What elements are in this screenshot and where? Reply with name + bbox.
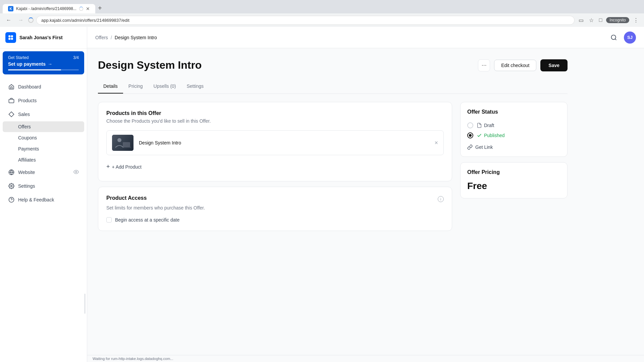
draft-doc-icon — [477, 123, 482, 128]
globe-icon — [8, 169, 15, 176]
sidebar-item-website[interactable]: Website — [3, 166, 84, 179]
page-inner: Design System Intro ··· Edit checkout Sa… — [98, 59, 568, 231]
get-link-label: Get Link — [475, 144, 493, 150]
sidebar-help-label: Help & Feedback — [18, 197, 54, 202]
gear-icon — [8, 183, 15, 189]
loading-spinner — [79, 7, 83, 11]
get-link-row[interactable]: Get Link — [467, 140, 560, 150]
product-access-title: Product Access — [106, 195, 147, 201]
sidebar: Sarah Jonas's First Get Started 3/4 Set … — [0, 27, 87, 362]
add-product-label: + Add Product — [112, 164, 142, 170]
product-name: Design System Intro — [139, 140, 429, 145]
new-tab-button[interactable]: + — [95, 3, 105, 13]
split-view-icon[interactable]: □ — [598, 16, 604, 24]
sidebar-item-coupons[interactable]: Coupons — [3, 132, 84, 143]
page-loading-spinner — [28, 17, 34, 23]
menu-icon[interactable]: ⋮ — [632, 16, 640, 25]
published-radio-fill — [469, 134, 472, 137]
sidebar-settings-label: Settings — [18, 183, 35, 189]
back-button[interactable]: ← — [4, 16, 13, 24]
offer-status-card: Offer Status Draft — [460, 102, 568, 157]
edit-checkout-button[interactable]: Edit checkout — [494, 60, 536, 71]
sidebar-item-sales[interactable]: Sales — [3, 108, 84, 121]
page-body: Design System Intro ··· Edit checkout Sa… — [87, 48, 644, 355]
page-title-actions: ··· Edit checkout Save — [478, 59, 568, 71]
sidebar-coupons-label: Coupons — [18, 135, 37, 140]
product-access-title-row: Product Access i — [106, 195, 444, 203]
tab-settings[interactable]: Settings — [181, 79, 209, 94]
product-access-desc: Set limits for members who purchase this… — [106, 205, 444, 210]
sidebar-item-offers[interactable]: Offers — [3, 121, 84, 132]
left-column: Products in this Offer Choose the Produc… — [98, 102, 452, 231]
info-icon[interactable]: i — [438, 196, 444, 202]
offer-pricing-card: Offer Pricing Free — [460, 162, 568, 198]
search-button[interactable] — [608, 32, 620, 44]
add-product-button[interactable]: + + Add Product — [106, 161, 444, 173]
diamond-icon — [8, 111, 15, 118]
sidebar-website-label: Website — [18, 170, 35, 175]
tab-close-button[interactable]: ✕ — [86, 6, 90, 11]
breadcrumb-separator: / — [111, 35, 112, 40]
tab-upsells[interactable]: Upsells (0) — [148, 79, 181, 94]
sidebar-affiliates-label: Affiliates — [18, 157, 36, 163]
sidebar-sales-label: Sales — [18, 112, 30, 117]
website-eye-icon — [73, 169, 79, 176]
forward-button[interactable]: → — [16, 16, 25, 24]
sidebar-item-settings[interactable]: Settings — [3, 179, 84, 193]
specific-date-checkbox[interactable] — [106, 217, 112, 223]
sidebar-offers-label: Offers — [18, 124, 31, 129]
svg-rect-1 — [11, 35, 13, 37]
published-radio[interactable] — [467, 132, 473, 138]
content-grid: Products in this Offer Choose the Produc… — [98, 94, 568, 231]
incognito-badge: Incognito — [606, 17, 629, 23]
address-bar[interactable]: app.kajabi.com/admin/offers/2148699837/e… — [36, 16, 575, 25]
sidebar-item-help[interactable]: Help & Feedback — [3, 193, 84, 206]
svg-rect-4 — [9, 99, 14, 103]
page-title-row: Design System Intro ··· Edit checkout Sa… — [98, 59, 568, 71]
sidebar-item-payments[interactable]: Payments — [3, 143, 84, 154]
draft-radio[interactable] — [467, 122, 473, 128]
sidebar-item-products[interactable]: Products — [3, 94, 84, 107]
more-options-button[interactable]: ··· — [478, 59, 490, 71]
sidebar-header: Sarah Jonas's First — [0, 27, 87, 49]
draft-label: Draft — [477, 123, 494, 128]
svg-rect-3 — [11, 38, 13, 40]
offer-pricing-title: Offer Pricing — [467, 169, 560, 175]
onboarding-label: Get Started — [8, 55, 29, 60]
tab-details[interactable]: Details — [98, 79, 123, 94]
checkmark-icon — [477, 133, 482, 138]
onboarding-progress-bar — [8, 69, 79, 70]
avatar[interactable]: SJ — [624, 32, 636, 44]
sidebar-scrollbar[interactable] — [84, 294, 86, 314]
svg-point-7 — [75, 171, 77, 173]
cast-icon[interactable]: ▭ — [577, 16, 585, 25]
main-content: Offers / Design System Intro SJ Design S… — [87, 27, 644, 362]
onboarding-progress-fill — [8, 69, 61, 70]
onboarding-top: Get Started 3/4 — [8, 55, 79, 60]
sidebar-payments-label: Payments — [18, 146, 39, 152]
save-button[interactable]: Save — [540, 59, 568, 71]
browser-toolbar: ← → app.kajabi.com/admin/offers/21486998… — [0, 13, 644, 27]
bookmark-icon[interactable]: ☆ — [588, 16, 595, 25]
url-text: app.kajabi.com/admin/offers/2148699837/e… — [41, 18, 129, 23]
active-tab[interactable]: K Kajabi - /admin/offers/21486998... ✕ — [3, 4, 95, 13]
published-label: Published — [477, 133, 505, 138]
tab-pricing[interactable]: Pricing — [123, 79, 148, 94]
sidebar-products-label: Products — [18, 98, 37, 103]
sidebar-nav: Dashboard Products Sales Offers — [0, 77, 87, 361]
onboarding-banner[interactable]: Get Started 3/4 Set up payments → — [3, 51, 84, 74]
svg-rect-0 — [8, 35, 10, 37]
checkbox-row: Begin access at a specific date — [106, 217, 444, 223]
sidebar-scroll-indicator — [0, 361, 87, 362]
breadcrumb-offers[interactable]: Offers — [95, 35, 108, 40]
page-title: Design System Intro — [98, 59, 202, 71]
breadcrumb-current: Design System Intro — [115, 35, 157, 40]
product-remove-button[interactable]: × — [434, 139, 438, 146]
specific-date-label: Begin access at a specific date — [115, 217, 179, 223]
product-thumbnail — [112, 135, 133, 151]
published-option[interactable]: Published — [467, 130, 560, 140]
sidebar-item-affiliates[interactable]: Affiliates — [3, 155, 84, 165]
products-card: Products in this Offer Choose the Produc… — [98, 102, 452, 181]
sidebar-item-dashboard[interactable]: Dashboard — [3, 80, 84, 94]
draft-option[interactable]: Draft — [467, 120, 560, 130]
